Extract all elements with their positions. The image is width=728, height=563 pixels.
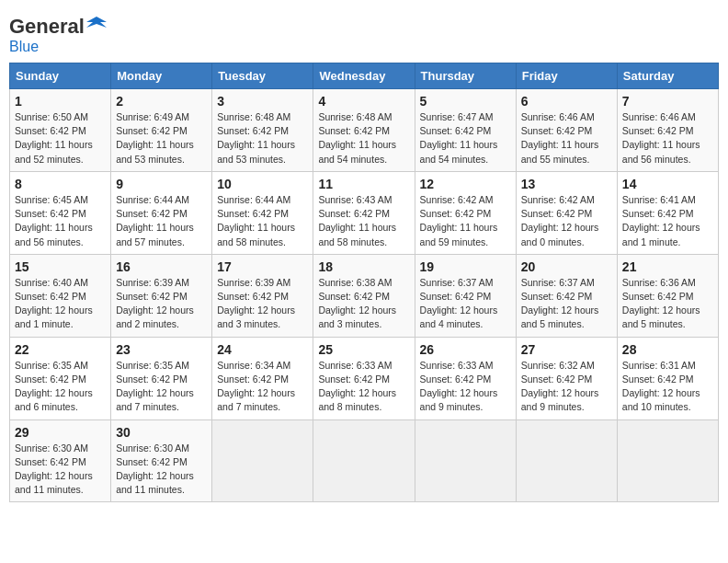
calendar-cell: 26Sunrise: 6:33 AM Sunset: 6:42 PM Dayli… <box>415 337 516 419</box>
calendar-header-monday: Monday <box>111 63 212 89</box>
calendar-cell <box>617 419 718 502</box>
calendar-cell: 28Sunrise: 6:31 AM Sunset: 6:42 PM Dayli… <box>617 337 718 419</box>
calendar-week-row: 22Sunrise: 6:35 AM Sunset: 6:42 PM Dayli… <box>10 337 719 419</box>
day-info: Sunrise: 6:48 AM Sunset: 6:42 PM Dayligh… <box>217 110 308 167</box>
day-number: 21 <box>622 259 713 274</box>
day-info: Sunrise: 6:35 AM Sunset: 6:42 PM Dayligh… <box>116 359 207 415</box>
day-info: Sunrise: 6:50 AM Sunset: 6:42 PM Dayligh… <box>15 110 106 167</box>
calendar-cell <box>516 419 617 502</box>
day-info: Sunrise: 6:42 AM Sunset: 6:42 PM Dayligh… <box>420 193 511 249</box>
calendar-cell <box>313 419 415 502</box>
day-number: 1 <box>15 94 106 109</box>
calendar-cell: 20Sunrise: 6:37 AM Sunset: 6:42 PM Dayli… <box>516 254 617 337</box>
calendar-cell: 17Sunrise: 6:39 AM Sunset: 6:42 PM Dayli… <box>212 254 313 337</box>
calendar-header-tuesday: Tuesday <box>212 63 313 89</box>
day-number: 22 <box>15 342 106 357</box>
day-info: Sunrise: 6:38 AM Sunset: 6:42 PM Dayligh… <box>318 276 409 332</box>
day-number: 7 <box>622 94 713 109</box>
calendar-cell: 19Sunrise: 6:37 AM Sunset: 6:42 PM Dayli… <box>415 254 516 337</box>
day-number: 30 <box>116 425 207 440</box>
calendar-cell: 10Sunrise: 6:44 AM Sunset: 6:42 PM Dayli… <box>212 171 313 254</box>
day-number: 15 <box>15 259 106 274</box>
day-info: Sunrise: 6:47 AM Sunset: 6:42 PM Dayligh… <box>420 110 511 167</box>
calendar-week-row: 15Sunrise: 6:40 AM Sunset: 6:42 PM Dayli… <box>10 254 719 337</box>
calendar-cell: 24Sunrise: 6:34 AM Sunset: 6:42 PM Dayli… <box>212 337 313 419</box>
calendar-header-saturday: Saturday <box>617 63 718 89</box>
day-number: 29 <box>15 425 106 440</box>
day-number: 3 <box>217 94 308 109</box>
day-number: 28 <box>622 342 713 357</box>
calendar-cell: 9Sunrise: 6:44 AM Sunset: 6:42 PM Daylig… <box>111 171 212 254</box>
day-number: 10 <box>217 177 308 191</box>
calendar-cell: 15Sunrise: 6:40 AM Sunset: 6:42 PM Dayli… <box>10 254 111 337</box>
day-number: 9 <box>116 177 207 191</box>
calendar-cell: 11Sunrise: 6:43 AM Sunset: 6:42 PM Dayli… <box>313 171 415 254</box>
day-info: Sunrise: 6:34 AM Sunset: 6:42 PM Dayligh… <box>217 359 308 415</box>
day-info: Sunrise: 6:30 AM Sunset: 6:42 PM Dayligh… <box>15 442 106 498</box>
calendar-cell: 29Sunrise: 6:30 AM Sunset: 6:42 PM Dayli… <box>10 419 111 502</box>
header: General Blue <box>9 9 719 55</box>
day-number: 4 <box>318 94 409 109</box>
day-info: Sunrise: 6:44 AM Sunset: 6:42 PM Dayligh… <box>217 193 308 249</box>
day-number: 19 <box>420 259 511 274</box>
calendar-header-thursday: Thursday <box>415 63 516 89</box>
day-number: 14 <box>622 177 713 191</box>
calendar-table: SundayMondayTuesdayWednesdayThursdayFrid… <box>9 63 719 502</box>
calendar-cell: 5Sunrise: 6:47 AM Sunset: 6:42 PM Daylig… <box>415 89 516 172</box>
day-number: 18 <box>318 259 409 274</box>
calendar-cell: 3Sunrise: 6:48 AM Sunset: 6:42 PM Daylig… <box>212 89 313 172</box>
day-info: Sunrise: 6:31 AM Sunset: 6:42 PM Dayligh… <box>622 359 713 415</box>
day-info: Sunrise: 6:37 AM Sunset: 6:42 PM Dayligh… <box>521 276 612 332</box>
calendar-cell <box>415 419 516 502</box>
day-info: Sunrise: 6:43 AM Sunset: 6:42 PM Dayligh… <box>318 193 409 249</box>
day-info: Sunrise: 6:41 AM Sunset: 6:42 PM Dayligh… <box>622 193 713 249</box>
day-number: 16 <box>116 259 207 274</box>
day-number: 26 <box>420 342 511 357</box>
calendar-week-row: 1Sunrise: 6:50 AM Sunset: 6:42 PM Daylig… <box>10 89 719 172</box>
calendar-cell: 7Sunrise: 6:46 AM Sunset: 6:42 PM Daylig… <box>617 89 718 172</box>
calendar-cell: 2Sunrise: 6:49 AM Sunset: 6:42 PM Daylig… <box>111 89 212 172</box>
day-info: Sunrise: 6:42 AM Sunset: 6:42 PM Dayligh… <box>521 193 612 249</box>
day-info: Sunrise: 6:35 AM Sunset: 6:42 PM Dayligh… <box>15 359 106 415</box>
calendar-header-row: SundayMondayTuesdayWednesdayThursdayFrid… <box>10 63 719 89</box>
calendar-cell: 27Sunrise: 6:32 AM Sunset: 6:42 PM Dayli… <box>516 337 617 419</box>
day-info: Sunrise: 6:39 AM Sunset: 6:42 PM Dayligh… <box>217 276 308 332</box>
day-info: Sunrise: 6:33 AM Sunset: 6:42 PM Dayligh… <box>318 359 409 415</box>
calendar-cell: 23Sunrise: 6:35 AM Sunset: 6:42 PM Dayli… <box>111 337 212 419</box>
calendar-cell: 4Sunrise: 6:48 AM Sunset: 6:42 PM Daylig… <box>313 89 415 172</box>
calendar-cell: 18Sunrise: 6:38 AM Sunset: 6:42 PM Dayli… <box>313 254 415 337</box>
day-number: 25 <box>318 342 409 357</box>
calendar-cell: 30Sunrise: 6:30 AM Sunset: 6:42 PM Dayli… <box>111 419 212 502</box>
calendar-cell: 8Sunrise: 6:45 AM Sunset: 6:42 PM Daylig… <box>10 171 111 254</box>
calendar-cell: 13Sunrise: 6:42 AM Sunset: 6:42 PM Dayli… <box>516 171 617 254</box>
day-info: Sunrise: 6:36 AM Sunset: 6:42 PM Dayligh… <box>622 276 713 332</box>
day-number: 27 <box>521 342 612 357</box>
logo: General Blue <box>9 9 107 55</box>
calendar-header-friday: Friday <box>516 63 617 89</box>
calendar-cell: 14Sunrise: 6:41 AM Sunset: 6:42 PM Dayli… <box>617 171 718 254</box>
day-number: 24 <box>217 342 308 357</box>
day-info: Sunrise: 6:44 AM Sunset: 6:42 PM Dayligh… <box>116 193 207 249</box>
day-number: 6 <box>521 94 612 109</box>
day-info: Sunrise: 6:39 AM Sunset: 6:42 PM Dayligh… <box>116 276 207 332</box>
calendar-cell: 16Sunrise: 6:39 AM Sunset: 6:42 PM Dayli… <box>111 254 212 337</box>
calendar-cell: 6Sunrise: 6:46 AM Sunset: 6:42 PM Daylig… <box>516 89 617 172</box>
day-info: Sunrise: 6:33 AM Sunset: 6:42 PM Dayligh… <box>420 359 511 415</box>
day-number: 8 <box>15 177 106 191</box>
calendar-cell: 12Sunrise: 6:42 AM Sunset: 6:42 PM Dayli… <box>415 171 516 254</box>
calendar-cell: 1Sunrise: 6:50 AM Sunset: 6:42 PM Daylig… <box>10 89 111 172</box>
calendar-week-row: 8Sunrise: 6:45 AM Sunset: 6:42 PM Daylig… <box>10 171 719 254</box>
day-info: Sunrise: 6:30 AM Sunset: 6:42 PM Dayligh… <box>116 442 207 498</box>
day-info: Sunrise: 6:37 AM Sunset: 6:42 PM Dayligh… <box>420 276 511 332</box>
day-number: 17 <box>217 259 308 274</box>
logo-general-text: General <box>9 15 85 39</box>
day-number: 11 <box>318 177 409 191</box>
day-info: Sunrise: 6:32 AM Sunset: 6:42 PM Dayligh… <box>521 359 612 415</box>
logo-bird-icon <box>86 15 107 39</box>
day-number: 13 <box>521 177 612 191</box>
calendar-header-sunday: Sunday <box>10 63 111 89</box>
day-info: Sunrise: 6:49 AM Sunset: 6:42 PM Dayligh… <box>116 110 207 167</box>
day-number: 20 <box>521 259 612 274</box>
day-info: Sunrise: 6:46 AM Sunset: 6:42 PM Dayligh… <box>622 110 713 167</box>
calendar-cell: 21Sunrise: 6:36 AM Sunset: 6:42 PM Dayli… <box>617 254 718 337</box>
